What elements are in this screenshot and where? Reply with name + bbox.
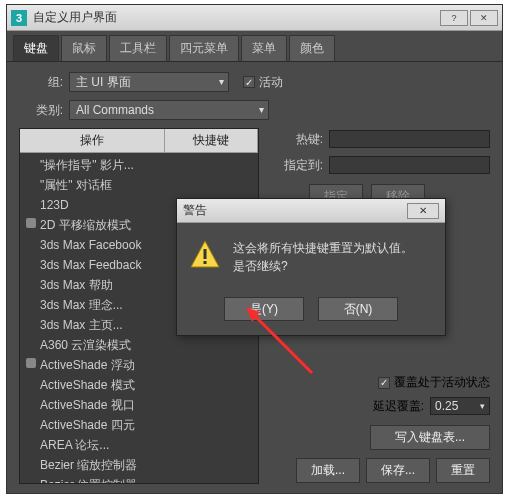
- assignto-input[interactable]: [329, 156, 490, 174]
- list-item[interactable]: "操作指导" 影片...: [20, 155, 258, 175]
- titlebar: 3 自定义用户界面 ? ✕: [7, 5, 502, 31]
- list-header: 操作 快捷键: [20, 129, 258, 153]
- col-shortcut[interactable]: 快捷键: [165, 129, 258, 152]
- tab-color[interactable]: 颜色: [289, 35, 335, 61]
- warning-icon: [189, 239, 221, 271]
- tab-mouse[interactable]: 鼠标: [61, 35, 107, 61]
- tab-keyboard[interactable]: 键盘: [13, 35, 59, 61]
- col-action[interactable]: 操作: [20, 129, 165, 152]
- delay-label: 延迟覆盖:: [373, 398, 424, 415]
- override-label: 覆盖处于活动状态: [394, 374, 490, 391]
- app-icon: 3: [11, 10, 27, 26]
- dialog-message: 这会将所有快捷键重置为默认值。 是否继续?: [233, 239, 413, 275]
- window-title: 自定义用户界面: [33, 9, 438, 26]
- warning-dialog: 警告 ✕ 这会将所有快捷键重置为默认值。 是否继续? 是(Y) 否(N): [176, 198, 446, 336]
- active-checkbox[interactable]: ✓: [243, 76, 255, 88]
- close-button[interactable]: ✕: [470, 10, 498, 26]
- group-select[interactable]: 主 UI 界面: [69, 72, 229, 92]
- dialog-titlebar: 警告 ✕: [177, 199, 445, 223]
- active-label: 活动: [259, 74, 283, 91]
- tab-menu[interactable]: 菜单: [241, 35, 287, 61]
- tab-bar: 键盘 鼠标 工具栏 四元菜单 菜单 颜色: [7, 31, 502, 62]
- override-checkbox[interactable]: ✓: [378, 377, 390, 389]
- dialog-no-button[interactable]: 否(N): [318, 297, 398, 321]
- tab-toolbar[interactable]: 工具栏: [109, 35, 167, 61]
- list-item[interactable]: "属性" 对话框: [20, 175, 258, 195]
- hotkey-label: 热键:: [269, 131, 323, 148]
- load-button[interactable]: 加载...: [296, 458, 360, 483]
- svg-rect-1: [204, 249, 207, 259]
- dialog-yes-button[interactable]: 是(Y): [224, 297, 304, 321]
- assignto-label: 指定到:: [269, 157, 323, 174]
- hotkey-input[interactable]: [329, 130, 490, 148]
- category-select[interactable]: All Commands: [69, 100, 269, 120]
- dialog-title: 警告: [183, 202, 407, 219]
- dialog-close-button[interactable]: ✕: [407, 203, 439, 219]
- write-keymap-button[interactable]: 写入键盘表...: [370, 425, 490, 450]
- tab-quadmenu[interactable]: 四元菜单: [169, 35, 239, 61]
- help-button[interactable]: ?: [440, 10, 468, 26]
- delay-spinner[interactable]: 0.25▾: [430, 397, 490, 415]
- svg-rect-2: [204, 261, 207, 264]
- list-item[interactable]: ActiveShade 浮动: [20, 355, 258, 375]
- reset-button[interactable]: 重置: [436, 458, 490, 483]
- list-item[interactable]: A360 云渲染模式: [20, 335, 258, 355]
- category-label: 类别:: [19, 102, 63, 119]
- save-button[interactable]: 保存...: [366, 458, 430, 483]
- group-label: 组:: [19, 74, 63, 91]
